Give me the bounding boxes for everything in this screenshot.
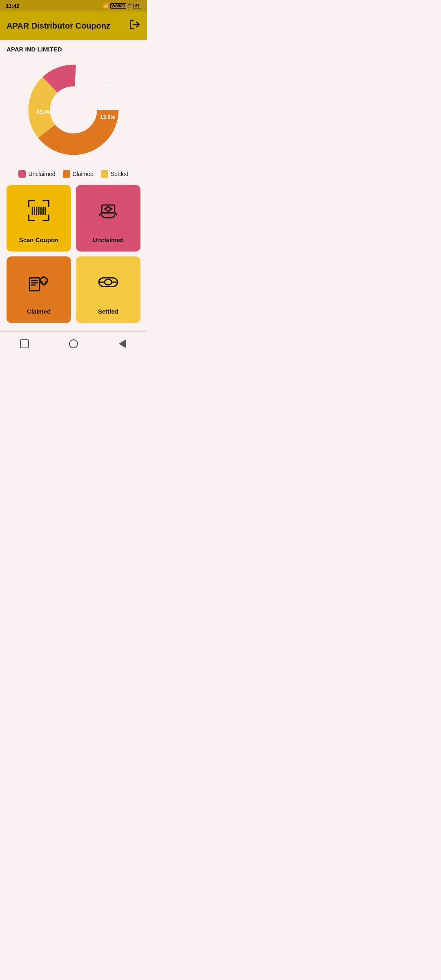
legend-settled: Settled (101, 170, 129, 178)
svg-rect-12 (29, 278, 40, 291)
unclaimed-legend-label: Unclaimed (28, 171, 55, 177)
status-icons: 📶 VoWiFi ☲ 87 (103, 3, 141, 9)
settled-icon (94, 268, 122, 304)
chart-container: 65.0% 23.0% 13.0% (7, 57, 140, 167)
status-time: 11:42 (6, 3, 19, 9)
logout-button[interactable] (129, 19, 140, 33)
unclaimed-label: Unclaimed (93, 236, 124, 243)
scan-coupon-icon (24, 196, 53, 232)
settled-legend-label: Settled (111, 171, 129, 177)
svg-point-9 (106, 207, 111, 211)
status-bar: 11:42 📶 VoWiFi ☲ 87 (0, 0, 147, 11)
svg-point-18 (105, 279, 112, 285)
nav-home-button[interactable] (18, 337, 31, 350)
signal-icon: ☲ (128, 3, 132, 9)
unclaimed-icon (94, 196, 122, 232)
claimed-card[interactable]: Claimed (7, 256, 71, 323)
home-icon (20, 339, 29, 348)
donut-chart: 65.0% 23.0% 13.0% (24, 61, 122, 159)
nav-bar (0, 331, 147, 357)
legend-claimed: Claimed (63, 170, 94, 178)
triangle-icon (119, 339, 126, 348)
legend-unclaimed: Unclaimed (18, 170, 55, 178)
claimed-icon (24, 268, 53, 304)
claimed-legend-label: Claimed (73, 171, 94, 177)
unclaimed-dot (18, 170, 26, 178)
scan-coupon-label: Scan Coupon (19, 236, 59, 243)
settled-label: Settled (98, 308, 118, 315)
donut-svg (24, 61, 122, 159)
nav-previous-button[interactable] (116, 337, 129, 350)
claimed-dot (63, 170, 70, 178)
settled-card[interactable]: Settled (76, 256, 140, 323)
chart-legend: Unclaimed Claimed Settled (7, 167, 140, 185)
wifi-icon: 📶 (103, 3, 109, 9)
circle-icon (69, 339, 78, 348)
battery-indicator: 87 (134, 3, 141, 9)
app-title: APAR Distributor Couponz (7, 21, 110, 31)
scan-coupon-card[interactable]: Scan Coupon (7, 185, 71, 252)
svg-point-16 (40, 277, 48, 285)
unclaimed-card[interactable]: Unclaimed (76, 185, 140, 252)
settled-dot (101, 170, 108, 178)
company-name: APAR IND LIMITED (7, 46, 140, 53)
vowifi-label: VoWiFi (110, 3, 126, 9)
action-grid: Scan Coupon Unclaimed (7, 185, 140, 330)
main-content: APAR IND LIMITED 65.0% 23.0% 13.0% Uncla… (0, 40, 147, 330)
app-header: APAR Distributor Couponz (0, 11, 147, 40)
claimed-label: Claimed (27, 308, 51, 315)
donut-hole (50, 86, 97, 133)
nav-back-button[interactable] (67, 337, 80, 350)
